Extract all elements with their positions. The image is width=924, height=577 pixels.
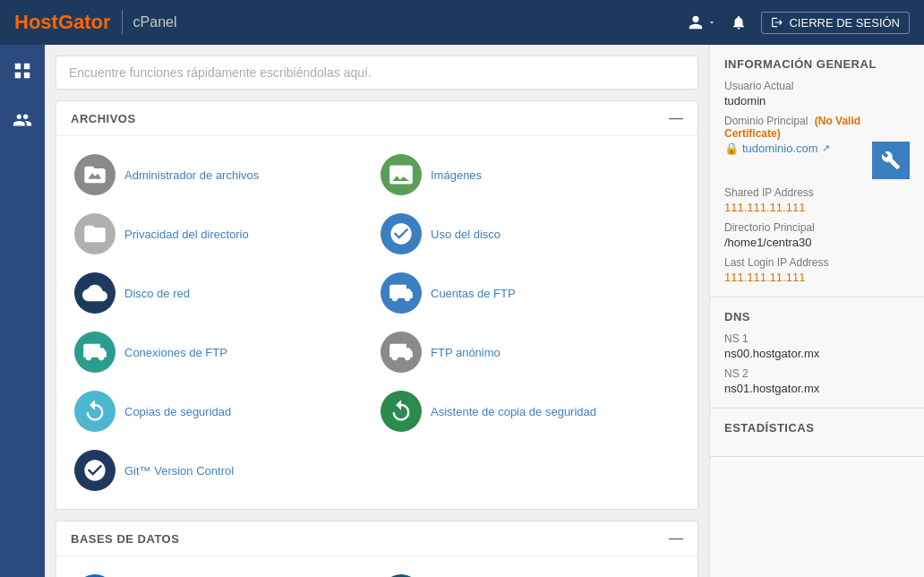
item-admin-archivos[interactable]: Administrador de archivos bbox=[71, 147, 377, 202]
logo: HostGator bbox=[14, 11, 111, 34]
privacidad-label: Privacidad del directorio bbox=[124, 228, 249, 241]
item-copias-seguridad[interactable]: Copias de seguridad bbox=[71, 383, 377, 439]
estadisticas-title: ESTADÍSTICAS bbox=[724, 421, 910, 435]
uso-disco-icon bbox=[381, 213, 422, 254]
cuentas-ftp-label: Cuentas de FTP bbox=[431, 287, 516, 300]
logo-host: Host bbox=[14, 11, 58, 33]
copias-seguridad-label: Copias de seguridad bbox=[124, 405, 231, 418]
item-uso-disco[interactable]: Uso del disco bbox=[377, 206, 683, 262]
user-icon[interactable] bbox=[688, 14, 716, 30]
sidebar-grid-icon[interactable] bbox=[7, 56, 38, 90]
admin-archivos-icon bbox=[74, 154, 116, 195]
header-divider bbox=[122, 10, 123, 35]
item-mysql[interactable]: Bases de datos MySQL® bbox=[377, 567, 683, 577]
ns2-value: ns01.hostgator.mx bbox=[724, 382, 910, 395]
sidebar-users-icon[interactable] bbox=[7, 105, 38, 140]
info-general-title: INFORMACIÓN GENERAL bbox=[724, 57, 910, 71]
ns2-label: NS 2 bbox=[724, 367, 910, 380]
item-asistente-copia[interactable]: Asistente de copia de seguridad bbox=[377, 383, 683, 439]
dominio-label-text: Dominio Principal bbox=[724, 115, 808, 127]
conexiones-ftp-label: Conexiones de FTP bbox=[124, 346, 227, 359]
dominio-ext-icon: ↗ bbox=[822, 142, 830, 154]
logo-gator: Gator bbox=[58, 11, 111, 33]
git-version-icon bbox=[74, 450, 116, 491]
directorio-label: Directorio Principal bbox=[724, 221, 910, 234]
bases-datos-section: BASES DE DATOS — phpMyAdmin Bases de dat… bbox=[56, 521, 698, 577]
dominio-label: Dominio Principal (No Valid Certificate) bbox=[724, 115, 910, 140]
usuario-label: Usuario Actual bbox=[724, 80, 910, 92]
dominio-info: 🔒 tudominio.com ↗ bbox=[724, 142, 872, 155]
cpanel-label: cPanel bbox=[133, 14, 177, 30]
archivos-toggle[interactable]: — bbox=[669, 110, 683, 126]
ns1-label: NS 1 bbox=[724, 332, 910, 345]
item-cuentas-ftp[interactable]: Cuentas de FTP bbox=[377, 265, 683, 321]
item-phpmyadmin[interactable]: phpMyAdmin bbox=[71, 567, 377, 577]
bell-icon[interactable] bbox=[731, 14, 747, 30]
dns-section: DNS NS 1 ns00.hostgator.mx NS 2 ns01.hos… bbox=[710, 297, 924, 409]
item-imagenes[interactable]: Imágenes bbox=[377, 147, 683, 202]
imagenes-label: Imágenes bbox=[431, 168, 482, 182]
ftp-anonimo-icon bbox=[381, 332, 422, 373]
directorio-value: /home1/centra30 bbox=[724, 236, 910, 249]
dominio-row: 🔒 tudominio.com ↗ bbox=[724, 142, 910, 179]
archivos-items: Administrador de archivos Imágenes Priva… bbox=[56, 136, 697, 509]
search-input[interactable] bbox=[69, 65, 685, 80]
info-general-section: INFORMACIÓN GENERAL Usuario Actual tudom… bbox=[710, 45, 924, 297]
admin-archivos-label: Administrador de archivos bbox=[124, 168, 259, 182]
cuentas-ftp-icon bbox=[381, 272, 422, 314]
bases-datos-title: BASES DE DATOS bbox=[71, 532, 179, 546]
last-login-value: 111.111.11.111 bbox=[724, 271, 910, 284]
ftp-anonimo-label: FTP anónimo bbox=[431, 346, 500, 359]
dns-title: DNS bbox=[724, 310, 910, 323]
last-login-label: Last Login IP Address bbox=[724, 256, 910, 269]
imagenes-icon bbox=[381, 154, 422, 195]
item-privacidad[interactable]: Privacidad del directorio bbox=[71, 206, 377, 262]
main-content: ARCHIVOS — Administrador de archivos Imá… bbox=[45, 45, 709, 577]
right-panel: INFORMACIÓN GENERAL Usuario Actual tudom… bbox=[709, 45, 924, 577]
dominio-link-text: tudominio.com bbox=[742, 142, 818, 155]
search-bar bbox=[56, 56, 698, 90]
logout-label: CIERRE DE SESIÓN bbox=[789, 16, 900, 30]
shared-ip-label: Shared IP Address bbox=[724, 186, 910, 199]
item-conexiones-ftp[interactable]: Conexiones de FTP bbox=[71, 324, 377, 380]
dominio-link[interactable]: 🔒 tudominio.com ↗ bbox=[724, 142, 872, 155]
copias-seguridad-icon bbox=[74, 391, 116, 432]
asistente-copia-label: Asistente de copia de seguridad bbox=[431, 405, 596, 418]
disco-red-icon bbox=[74, 272, 116, 314]
ns1-value: ns00.hostgator.mx bbox=[724, 347, 910, 360]
bases-datos-toggle[interactable]: — bbox=[669, 530, 683, 547]
wrench-button[interactable] bbox=[872, 142, 910, 179]
archivos-title: ARCHIVOS bbox=[71, 112, 136, 125]
archivos-section: ARCHIVOS — Administrador de archivos Imá… bbox=[56, 100, 698, 510]
git-version-label: Git™ Version Control bbox=[124, 464, 234, 478]
dominio-lock-icon: 🔒 bbox=[724, 142, 739, 155]
item-disco-red[interactable]: Disco de red bbox=[71, 265, 377, 321]
header: HostGator cPanel CIERRE DE SESIÓN bbox=[0, 0, 924, 45]
disco-red-label: Disco de red bbox=[124, 287, 190, 300]
logout-button[interactable]: CIERRE DE SESIÓN bbox=[761, 12, 910, 34]
estadisticas-section: ESTADÍSTICAS bbox=[710, 409, 924, 457]
uso-disco-label: Uso del disco bbox=[431, 228, 500, 241]
item-ftp-anonimo[interactable]: FTP anónimo bbox=[377, 324, 683, 380]
asistente-copia-icon bbox=[381, 391, 422, 432]
left-sidebar bbox=[0, 45, 45, 577]
item-git-version[interactable]: Git™ Version Control bbox=[71, 443, 377, 498]
bases-datos-header: BASES DE DATOS — bbox=[56, 521, 697, 556]
bases-datos-items: phpMyAdmin Bases de datos MySQL® bbox=[56, 556, 697, 577]
archivos-header: ARCHIVOS — bbox=[56, 101, 697, 136]
layout: ARCHIVOS — Administrador de archivos Imá… bbox=[0, 45, 924, 577]
privacidad-icon bbox=[74, 213, 116, 254]
usuario-value: tudomin bbox=[724, 94, 910, 108]
shared-ip-value: 111.111.11.111 bbox=[724, 201, 910, 214]
header-right: CIERRE DE SESIÓN bbox=[688, 12, 910, 34]
conexiones-ftp-icon bbox=[74, 332, 116, 373]
